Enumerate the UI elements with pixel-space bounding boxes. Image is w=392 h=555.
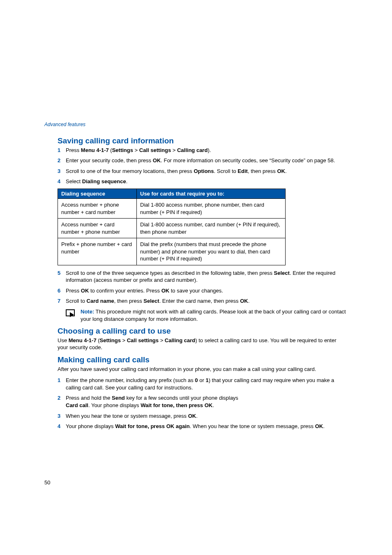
step-number: 1 <box>58 147 66 154</box>
table-row: Access number + card number + phone numb… <box>58 219 286 238</box>
step-text: Select Dialing sequence. <box>66 178 348 185</box>
table-cell: Dial 1-800 access number, card number (+… <box>137 219 286 238</box>
step-number: 5 <box>58 269 66 277</box>
making-paragraph: After you have saved your calling card i… <box>58 366 348 373</box>
main-content: Saving calling card information 1 Press … <box>58 136 348 430</box>
table-header: Use for cards that require you to: <box>137 189 286 198</box>
list-item: 1 Press Menu 4-1-7 (Settings > Call sett… <box>58 147 348 154</box>
table-row: Prefix + phone number + card number Dial… <box>58 238 286 265</box>
list-item: 4 Your phone displays Wait for tone, pre… <box>58 423 348 430</box>
making-steps-list: 1 Enter the phone number, including any … <box>58 377 348 430</box>
table-cell: Prefix + phone number + card number <box>58 238 137 265</box>
list-item: 4 Select Dialing sequence. <box>58 178 348 185</box>
list-item: 6 Press OK to confirm your entries. Pres… <box>58 287 348 295</box>
list-item: 3 Scroll to one of the four memory locat… <box>58 168 348 175</box>
list-item: 7 Scroll to Card name, then press Select… <box>58 297 348 305</box>
table-row: Access number + phone number + card numb… <box>58 198 286 218</box>
list-item: 1 Enter the phone number, including any … <box>58 377 348 391</box>
step-text: Scroll to one of the four memory locatio… <box>66 168 348 175</box>
list-item: 3 When you hear the tone or system messa… <box>58 412 348 420</box>
note-block: Note: This procedure might not work with… <box>66 308 348 322</box>
table-header: Dialing sequence <box>58 189 137 198</box>
table-cell: Access number + phone number + card numb… <box>58 198 137 218</box>
step-number: 4 <box>58 178 66 185</box>
step-number: 4 <box>58 423 66 430</box>
choosing-paragraph: Use Menu 4-1-7 (Settings > Call settings… <box>58 337 348 351</box>
step-number: 3 <box>58 412 66 420</box>
step-text: Press Menu 4-1-7 (Settings > Call settin… <box>66 147 348 154</box>
table-cell: Dial 1-800 access number, phone number, … <box>137 198 286 218</box>
list-item: 5 Scroll to one of the three sequence ty… <box>58 269 348 284</box>
section-title-making: Making calling card calls <box>58 355 348 365</box>
running-header: Advanced features <box>44 122 348 127</box>
step-text: Your phone displays Wait for tone, press… <box>66 423 348 430</box>
list-item: 2 Press and hold the Send key for a few … <box>58 394 348 409</box>
step-number: 6 <box>58 287 66 295</box>
page-container: Advanced features Saving calling card in… <box>0 0 392 555</box>
step-number: 2 <box>58 394 66 402</box>
step-number: 2 <box>58 157 66 164</box>
page-number: 50 <box>44 479 348 486</box>
table-cell: Dial the prefix (numbers that must prece… <box>137 238 286 265</box>
step-number: 3 <box>58 168 66 175</box>
saving-steps-list-1: 1 Press Menu 4-1-7 (Settings > Call sett… <box>58 147 348 185</box>
saving-steps-list-2: 5 Scroll to one of the three sequence ty… <box>58 269 348 305</box>
step-text: Scroll to Card name, then press Select. … <box>66 297 348 305</box>
step-text: Enter your security code, then press OK.… <box>66 157 348 164</box>
list-item: 2 Enter your security code, then press O… <box>58 157 348 164</box>
step-text: Scroll to one of the three sequence type… <box>66 269 348 284</box>
table-cell: Access number + card number + phone numb… <box>58 219 137 238</box>
note-icon <box>66 308 81 317</box>
dialing-sequence-table: Dialing sequence Use for cards that requ… <box>58 189 286 265</box>
step-number: 7 <box>58 297 66 305</box>
note-text: Note: This procedure might not work with… <box>81 308 348 322</box>
section-title-saving: Saving calling card information <box>58 136 348 146</box>
step-text: Enter the phone number, including any pr… <box>66 377 348 391</box>
step-text: When you hear the tone or system message… <box>66 412 348 420</box>
step-text: Press OK to confirm your entries. Press … <box>66 287 348 295</box>
step-text: Press and hold the Send key for a few se… <box>66 394 348 409</box>
step-number: 1 <box>58 377 66 384</box>
section-title-choosing: Choosing a calling card to use <box>58 327 348 336</box>
